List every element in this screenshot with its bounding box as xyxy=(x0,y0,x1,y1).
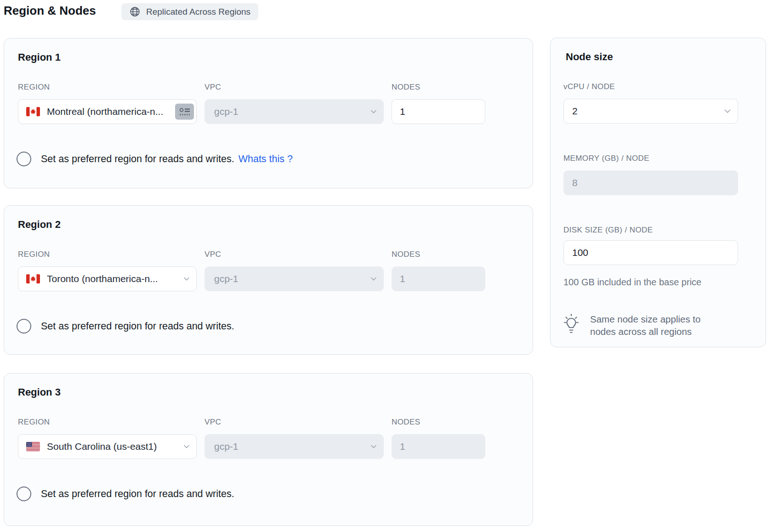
vcpu-select[interactable]: 2 xyxy=(563,99,738,124)
region-1-region-select[interactable]: Montreal (northamerica-n... xyxy=(18,99,197,124)
usa-flag-icon xyxy=(26,442,40,451)
region-3-preferred-row: Set as preferred region for reads and wr… xyxy=(41,487,234,501)
whats-this-link[interactable]: Whats this ? xyxy=(239,153,293,165)
chevron-down-icon xyxy=(182,442,191,451)
replication-badge: Replicated Across Regions xyxy=(121,3,258,20)
preferred-region-label: Set as preferred region for reads and wr… xyxy=(41,488,234,500)
nodes-field-label: NODES xyxy=(392,83,420,92)
region-1-card: Region 1 REGION VPC NODES Montreal (nort… xyxy=(4,38,533,188)
region-2-preferred-radio[interactable] xyxy=(17,319,31,334)
region-3-vpc-value: gcp-1 xyxy=(214,441,239,452)
region-2-preferred-row: Set as preferred region for reads and wr… xyxy=(41,319,234,334)
vpc-field-label: VPC xyxy=(205,83,221,92)
region-2-vpc-select[interactable]: gcp-1 xyxy=(205,266,384,291)
region-1-preferred-radio[interactable] xyxy=(17,152,31,166)
globe-icon xyxy=(129,6,141,17)
node-size-card: Node size vCPU / NODE 2 MEMORY (GB) / NO… xyxy=(550,38,766,347)
region-3-title: Region 3 xyxy=(18,386,61,398)
node-size-tip: Same node size applies to nodes across a… xyxy=(561,313,700,338)
region-2-vpc-value: gcp-1 xyxy=(214,273,239,284)
chevron-down-icon xyxy=(722,106,733,116)
region-3-preferred-radio[interactable] xyxy=(17,487,31,501)
preferred-region-label: Set as preferred region for reads and wr… xyxy=(41,153,234,165)
canada-flag-icon xyxy=(26,274,40,283)
region-3-nodes-input[interactable] xyxy=(392,434,485,459)
nodes-field-label: NODES xyxy=(392,418,420,427)
disk-size-label: DISK SIZE (GB) / NODE xyxy=(563,226,653,235)
region-1-vpc-value: gcp-1 xyxy=(214,106,239,117)
region-2-region-value: Toronto (northamerica-n... xyxy=(47,273,158,284)
memory-input[interactable] xyxy=(563,170,738,195)
region-3-vpc-select[interactable]: gcp-1 xyxy=(205,434,384,459)
tip-line-2: nodes across all regions xyxy=(590,325,700,338)
region-field-label: REGION xyxy=(18,83,50,92)
region-3-region-value: South Carolina (us-east1) xyxy=(47,441,157,452)
vpc-field-label: VPC xyxy=(205,418,221,427)
region-2-title: Region 2 xyxy=(18,219,61,231)
node-size-title: Node size xyxy=(566,51,613,63)
region-nodes-page: Region & Nodes Replicated Across Regions… xyxy=(0,0,773,532)
nodes-field-label: NODES xyxy=(392,250,420,259)
vcpu-value: 2 xyxy=(572,106,578,117)
chevron-down-icon xyxy=(369,442,378,451)
replication-badge-label: Replicated Across Regions xyxy=(146,7,250,17)
region-3-region-select[interactable]: South Carolina (us-east1) xyxy=(18,434,197,459)
page-title: Region & Nodes xyxy=(4,4,96,18)
chevron-down-icon xyxy=(369,107,378,116)
region-1-vpc-select[interactable]: gcp-1 xyxy=(205,99,384,124)
preferred-region-label: Set as preferred region for reads and wr… xyxy=(41,321,234,332)
region-2-card: Region 2 REGION VPC NODES Toronto (north… xyxy=(4,205,533,355)
region-field-label: REGION xyxy=(18,250,50,259)
region-3-card: Region 3 REGION VPC NODES Sout xyxy=(4,373,533,526)
node-size-tip-text: Same node size applies to nodes across a… xyxy=(590,313,700,338)
disk-included-note: 100 GB included in the base price xyxy=(563,277,701,288)
lightbulb-icon xyxy=(561,313,582,337)
tip-line-1: Same node size applies to xyxy=(590,313,700,325)
region-1-nodes-input[interactable] xyxy=(392,99,485,124)
disk-size-input[interactable] xyxy=(563,240,738,265)
chevron-down-icon xyxy=(182,274,191,283)
vpc-field-label: VPC xyxy=(205,250,221,259)
cursor-overlay-icon xyxy=(175,104,194,120)
region-1-title: Region 1 xyxy=(18,51,61,63)
region-1-preferred-row: Set as preferred region for reads and wr… xyxy=(41,152,293,166)
chevron-down-icon xyxy=(369,274,378,283)
region-2-nodes-input[interactable] xyxy=(392,266,485,291)
vcpu-label: vCPU / NODE xyxy=(563,82,615,91)
region-2-region-select[interactable]: Toronto (northamerica-n... xyxy=(18,266,197,291)
region-field-label: REGION xyxy=(18,418,50,427)
region-1-region-value: Montreal (northamerica-n... xyxy=(47,106,163,117)
canada-flag-icon xyxy=(26,107,40,116)
memory-label: MEMORY (GB) / NODE xyxy=(563,154,649,163)
